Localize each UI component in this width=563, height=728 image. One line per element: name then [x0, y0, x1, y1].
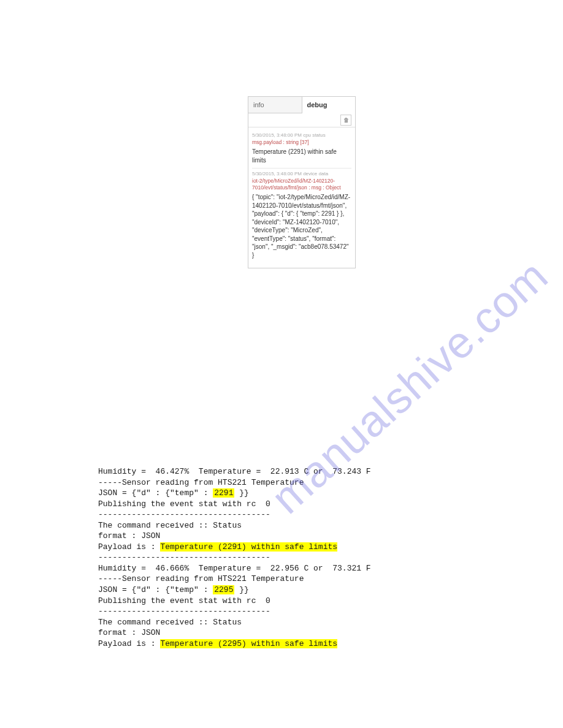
log-line: JSON = {"d" : {"temp" :: [98, 585, 213, 594]
tab-debug[interactable]: debug: [302, 97, 356, 113]
message-list: 5/30/2015, 3:48:00 PM cpu status msg.pay…: [248, 127, 355, 268]
log-highlight: 2291: [213, 488, 234, 498]
log-highlight: Temperature (2291) within safe limits: [160, 542, 337, 552]
log-line: -----Sensor reading from HTS221 Temperat…: [98, 478, 304, 487]
log-line: Humidity = 46.666% Temperature = 22.956 …: [98, 564, 371, 573]
log-line: Payload is :: [98, 542, 160, 552]
panel-toolbar: 🗑: [248, 113, 355, 127]
log-line: ------------------------------------: [98, 553, 270, 562]
log-line: Publishing the event stat with rc 0: [98, 499, 270, 509]
message-topic: iot-2/type/MicroZed/id/MZ-1402120-7010/e…: [252, 178, 351, 191]
log-line: ------------------------------------: [98, 607, 270, 616]
log-line: The command received :: Status: [98, 521, 242, 530]
log-line: }}: [234, 488, 248, 498]
tab-info[interactable]: info: [248, 97, 302, 113]
log-highlight: Temperature (2295) within safe limits: [160, 639, 337, 648]
log-line: format : JSON: [98, 531, 160, 540]
message-body: Temperature (2291) within safe limits: [252, 148, 351, 164]
log-line: format : JSON: [98, 628, 160, 637]
message-timestamp: 5/30/2015, 3:48:00 PM device data: [252, 171, 351, 176]
message-topic: msg.payload : string [37]: [252, 139, 351, 146]
log-highlight: 2295: [213, 585, 234, 594]
log-line: Humidity = 46.427% Temperature = 22.913 …: [98, 467, 371, 476]
log-line: Payload is :: [98, 639, 160, 648]
debug-panel: info debug 🗑 5/30/2015, 3:48:00 PM cpu s…: [248, 96, 356, 268]
debug-message: 5/30/2015, 3:48:00 PM cpu status msg.pay…: [252, 130, 351, 168]
tab-bar: info debug: [248, 97, 355, 113]
log-line: ------------------------------------: [98, 510, 270, 519]
log-line: Publishing the event stat with rc 0: [98, 596, 270, 605]
terminal-output: Humidity = 46.427% Temperature = 22.913 …: [98, 466, 371, 649]
log-line: The command received :: Status: [98, 618, 242, 627]
message-body: { "topic": "iot-2/type/MicroZed/id/MZ-14…: [252, 193, 351, 259]
message-timestamp: 5/30/2015, 3:48:00 PM cpu status: [252, 132, 351, 138]
log-line: -----Sensor reading from HTS221 Temperat…: [98, 574, 304, 583]
log-line: JSON = {"d" : {"temp" :: [98, 488, 213, 498]
trash-icon[interactable]: 🗑: [340, 115, 351, 126]
log-line: }}: [234, 585, 248, 594]
debug-message: 5/30/2015, 3:48:00 PM device data iot-2/…: [252, 168, 351, 263]
